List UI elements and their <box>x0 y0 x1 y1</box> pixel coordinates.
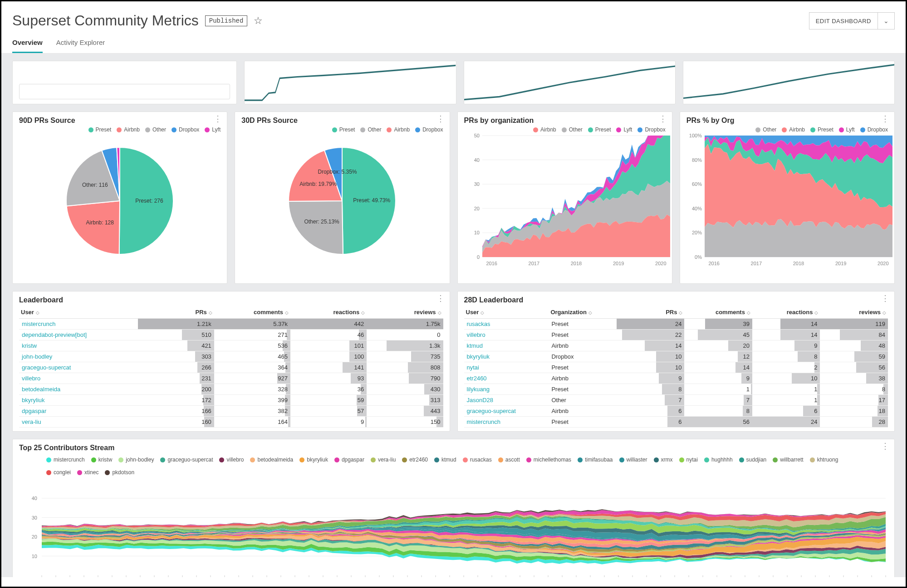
column-header[interactable]: User◇ <box>464 306 549 319</box>
legend-item[interactable]: Dropbox <box>637 126 665 133</box>
legend-item[interactable]: mistercrunch <box>46 457 85 463</box>
legend-item[interactable]: xtinec <box>77 469 98 476</box>
legend-item[interactable]: Other <box>755 126 776 133</box>
column-header[interactable]: reactions◇ <box>752 306 820 319</box>
legend-item[interactable]: Preset <box>332 126 355 133</box>
user-link[interactable]: betodealmeida <box>22 386 60 393</box>
legend-item[interactable]: xrmx <box>654 457 673 463</box>
column-header[interactable]: reviews◇ <box>367 306 443 319</box>
user-link[interactable]: bkyryliuk <box>467 353 490 360</box>
user-link[interactable]: dpgaspar <box>22 408 46 414</box>
user-link[interactable]: mistercrunch <box>467 418 500 425</box>
legend-item[interactable]: Other <box>145 126 166 133</box>
card-menu-icon[interactable]: ⋮ <box>881 443 890 449</box>
legend-item[interactable]: Airbnb <box>387 126 410 133</box>
card-menu-icon[interactable]: ⋮ <box>436 116 445 122</box>
card-menu-icon[interactable]: ⋮ <box>436 295 445 301</box>
legend-item[interactable]: Other <box>360 126 381 133</box>
card-title: 90D PRs Source <box>19 117 221 125</box>
column-header[interactable]: PRs◇ <box>617 306 685 319</box>
legend-item[interactable]: Preset <box>810 126 833 133</box>
column-header[interactable]: comments◇ <box>684 306 752 319</box>
user-link[interactable]: vera-liu <box>22 418 41 425</box>
legend-item[interactable]: Dropbox <box>415 126 443 133</box>
svg-text:2017: 2017 <box>750 261 761 266</box>
legend-item[interactable]: bkyryliuk <box>299 457 328 463</box>
user-link[interactable]: lilykuang <box>467 386 490 393</box>
card-menu-icon[interactable]: ⋮ <box>881 295 890 301</box>
legend-item[interactable]: betodealmeida <box>250 457 293 463</box>
legend-item[interactable]: Airbnb <box>782 126 805 133</box>
legend-item[interactable]: vera-liu <box>371 457 396 463</box>
stream-chart[interactable]: 10203040 <box>19 480 888 577</box>
user-link[interactable]: bkyryliuk <box>22 397 45 403</box>
card-menu-icon[interactable]: ⋮ <box>659 116 667 122</box>
column-header[interactable]: PRs◇ <box>138 306 214 319</box>
user-link[interactable]: john-bodley <box>22 353 52 360</box>
legend-item[interactable]: pkdotson <box>105 469 134 476</box>
user-link[interactable]: kristw <box>22 342 37 349</box>
legend-item[interactable]: kristw <box>91 457 113 463</box>
legend-item[interactable]: Preset <box>588 126 611 133</box>
column-header[interactable]: Organization◇ <box>549 306 617 319</box>
user-link[interactable]: mistercrunch <box>22 321 55 327</box>
legend-item[interactable]: Dropbox <box>172 126 199 133</box>
svg-text:2019: 2019 <box>835 261 846 266</box>
card-menu-icon[interactable]: ⋮ <box>881 116 890 122</box>
legend-item[interactable]: john-bodley <box>118 457 154 463</box>
user-link[interactable]: JasonD28 <box>467 397 494 403</box>
legend-item[interactable]: timifasubaa <box>578 457 613 463</box>
user-cell: rusackas <box>464 319 549 330</box>
legend-item[interactable]: khtruong <box>810 457 838 463</box>
legend-item[interactable]: rusackas <box>463 457 492 463</box>
legend-item[interactable]: hughhhh <box>704 457 733 463</box>
user-link[interactable]: graceguo-supercat <box>467 408 516 414</box>
legend-item[interactable]: Other <box>562 126 583 133</box>
card-title: PRs by organization <box>464 117 666 125</box>
legend-item[interactable]: dpgaspar <box>334 457 364 463</box>
user-cell: JasonD28 <box>464 395 549 406</box>
user-link[interactable]: villebro <box>22 375 40 382</box>
legend-item[interactable]: Preset <box>88 126 112 133</box>
user-link[interactable]: etr2460 <box>467 375 487 382</box>
user-link[interactable]: ktmud <box>467 342 483 349</box>
area-chart[interactable]: 0%20%40%60%80%100%20162017201820192020 <box>686 133 895 269</box>
user-link[interactable]: graceguo-supercat <box>22 364 71 371</box>
user-link[interactable]: rusackas <box>467 321 490 327</box>
user-link[interactable]: nytai <box>467 364 479 371</box>
legend-item[interactable]: graceguo-supercat <box>160 457 213 463</box>
legend-item[interactable]: willbarrett <box>773 457 803 463</box>
filter-input-slot[interactable] <box>19 84 230 99</box>
legend-item[interactable]: nytai <box>679 457 698 463</box>
legend-item[interactable]: Lyft <box>205 126 221 133</box>
edit-dashboard-dropdown[interactable]: ⌄ <box>878 12 895 29</box>
legend-item[interactable]: Lyft <box>839 126 855 133</box>
column-header[interactable]: comments◇ <box>214 306 290 319</box>
area-chart[interactable]: 0102030405020162017201820192020 <box>464 133 672 269</box>
metric-cell: 1 <box>684 384 752 395</box>
edit-dashboard-button[interactable]: EDIT DASHBOARD <box>809 12 878 29</box>
legend-item[interactable]: michellethomas <box>526 457 571 463</box>
user-link[interactable]: villebro <box>467 331 485 338</box>
user-cell: graceguo-supercat <box>19 362 138 373</box>
legend-item[interactable]: williaster <box>619 457 647 463</box>
tab-activity-explorer[interactable]: Activity Explorer <box>56 33 105 53</box>
column-header[interactable]: reactions◇ <box>290 306 367 319</box>
favorite-star-icon[interactable]: ☆ <box>254 15 263 27</box>
legend-item[interactable]: Lyft <box>616 126 632 133</box>
legend-item[interactable]: conglei <box>46 469 71 476</box>
user-link[interactable]: dependabot-preview[bot] <box>22 331 87 338</box>
legend-item[interactable]: ascott <box>498 457 520 463</box>
card-menu-icon[interactable]: ⋮ <box>214 116 222 122</box>
legend-item[interactable]: suddjian <box>739 457 767 463</box>
legend-item[interactable]: etr2460 <box>402 457 428 463</box>
legend-item[interactable]: Airbnb <box>533 126 556 133</box>
column-header[interactable]: reviews◇ <box>820 306 888 319</box>
legend-item[interactable]: Dropbox <box>860 126 888 133</box>
legend-item[interactable]: Airbnb <box>117 126 140 133</box>
tab-overview[interactable]: Overview <box>12 33 43 53</box>
legend-item[interactable]: ktmud <box>434 457 456 463</box>
column-header[interactable]: User◇ <box>19 306 138 319</box>
metric-cell: 59 <box>820 351 888 362</box>
legend-item[interactable]: villebro <box>219 457 244 463</box>
